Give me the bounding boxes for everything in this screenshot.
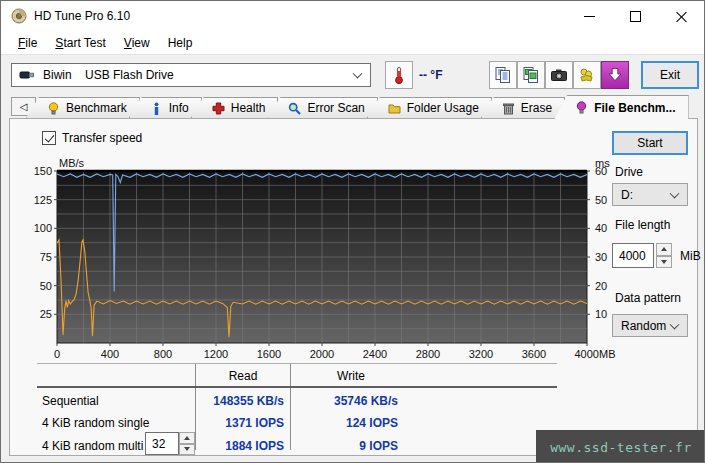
tab-erase[interactable]: Erase [481, 97, 565, 118]
minimize-button[interactable] [566, 1, 612, 31]
drive-combobox-value: Biwin USB Flash Drive [43, 68, 174, 82]
file-length-label: File length [615, 218, 670, 232]
toolbar: Biwin USB Flash Drive -- °F [1, 55, 704, 95]
svg-text:30: 30 [595, 251, 607, 263]
tab-folder-usage[interactable]: Folder Usage [367, 97, 492, 118]
health-cross-icon [212, 102, 225, 115]
svg-text:1600: 1600 [257, 348, 281, 360]
svg-text:125: 125 [34, 194, 52, 206]
download-arrow-icon [606, 66, 624, 84]
tab-file-benchmark[interactable]: File Benchm... [554, 95, 688, 119]
window-controls [566, 1, 704, 31]
tab-label: Info [169, 101, 189, 115]
write-column-header: Write [291, 369, 411, 383]
svg-text:2400: 2400 [363, 348, 387, 360]
minimize-icon [584, 16, 595, 17]
drive-combobox[interactable]: Biwin USB Flash Drive [11, 63, 371, 87]
bulb-yellow-icon [47, 102, 60, 115]
close-icon [676, 11, 687, 22]
results-top-divider [37, 363, 557, 364]
menu-item-start-test[interactable]: Start Test [46, 33, 114, 53]
drive-select[interactable]: D: [612, 183, 688, 206]
tab-health[interactable]: Health [191, 97, 279, 118]
info-icon [150, 102, 163, 115]
start-button[interactable]: Start [612, 131, 688, 155]
menu-item-file[interactable]: File [9, 33, 46, 53]
chevron-down-icon [353, 69, 363, 79]
svg-text:100: 100 [34, 222, 52, 234]
transfer-speed-checkbox[interactable]: Transfer speed [42, 131, 142, 145]
bulb-purple-icon [575, 101, 588, 114]
svg-text:20: 20 [595, 280, 607, 292]
svg-text:3200: 3200 [469, 348, 493, 360]
menu-bar: File Start Test View Help [1, 31, 704, 55]
results-header-divider [37, 386, 557, 388]
tab-scroll-left-icon: ◁ [20, 101, 28, 112]
temperature-readout: -- °F [419, 68, 442, 82]
svg-text:ms: ms [595, 157, 610, 169]
svg-text:2800: 2800 [416, 348, 440, 360]
folder-icon [388, 102, 401, 115]
app-icon [11, 8, 27, 24]
data-pattern-label: Data pattern [615, 291, 681, 305]
svg-text:40: 40 [595, 222, 607, 234]
row-sequential-label: Sequential [42, 394, 99, 408]
svg-text:2000: 2000 [310, 348, 334, 360]
tab-label: Erase [521, 101, 552, 115]
chevron-down-icon [670, 319, 680, 329]
copy-text-button[interactable] [489, 61, 517, 89]
menu-item-help[interactable]: Help [159, 33, 202, 53]
file-length-step-down[interactable] [656, 256, 672, 269]
title-bar: HD Tune Pro 6.10 [1, 1, 704, 31]
exit-button[interactable]: Exit [641, 61, 699, 89]
donate-button[interactable] [573, 61, 601, 89]
checkbox-checked-icon [42, 131, 56, 145]
copy-image-button[interactable] [517, 61, 545, 89]
maximize-icon [630, 11, 641, 22]
hand-coins-icon [578, 66, 596, 84]
svg-text:0: 0 [54, 348, 60, 360]
tab-label: File Benchm... [594, 101, 675, 115]
svg-text:150: 150 [34, 165, 52, 177]
copy-image-icon [522, 66, 540, 84]
triangle-up-icon [661, 247, 667, 251]
tab-label: Health [231, 101, 266, 115]
temperature-button[interactable] [385, 61, 413, 89]
random-multi-read-value: 1884 IOPS [180, 439, 284, 453]
tab-label: Error Scan [307, 101, 364, 115]
svg-text:50: 50 [595, 194, 607, 206]
file-length-stepper [656, 243, 672, 268]
tabs: Benchmark Info Health Error Scan [37, 95, 689, 118]
svg-text:4000MB: 4000MB [575, 348, 616, 360]
close-button[interactable] [658, 1, 704, 31]
menu-item-view[interactable]: View [115, 33, 159, 53]
tab-benchmark[interactable]: Benchmark [26, 97, 140, 118]
maximize-button[interactable] [612, 1, 658, 31]
tab-bar: ◁ Benchmark Info Health [1, 95, 704, 118]
file-length-input[interactable] [612, 243, 654, 268]
camera-icon [550, 66, 568, 84]
random-multi-write-value: 9 IOPS [295, 439, 398, 453]
row-random-multi-label: 4 KiB random multi [42, 439, 143, 453]
screenshot-button[interactable] [545, 61, 573, 89]
row-random-single-label: 4 KiB random single [42, 416, 149, 430]
queue-depth-input[interactable] [145, 432, 179, 455]
drive-select-value: D: [621, 188, 633, 202]
svg-text:MB/s: MB/s [59, 157, 85, 169]
drive-label: Drive [615, 165, 643, 179]
svg-text:1200: 1200 [204, 348, 228, 360]
svg-text:50: 50 [40, 280, 52, 292]
svg-text:400: 400 [101, 348, 119, 360]
save-results-button[interactable] [601, 61, 629, 89]
svg-text:75: 75 [40, 251, 52, 263]
copy-text-icon [494, 66, 512, 84]
read-column-header: Read [196, 369, 290, 383]
watermark-text: www.ssd-tester.fr [550, 440, 692, 455]
svg-text:3600: 3600 [522, 348, 546, 360]
transfer-speed-label: Transfer speed [62, 131, 142, 145]
data-pattern-select[interactable]: Random [612, 314, 688, 337]
tab-error-scan[interactable]: Error Scan [267, 97, 377, 118]
file-length-step-up[interactable] [656, 243, 672, 256]
app-window: HD Tune Pro 6.10 File Start Test View He… [0, 0, 705, 463]
data-pattern-value: Random [621, 319, 666, 333]
